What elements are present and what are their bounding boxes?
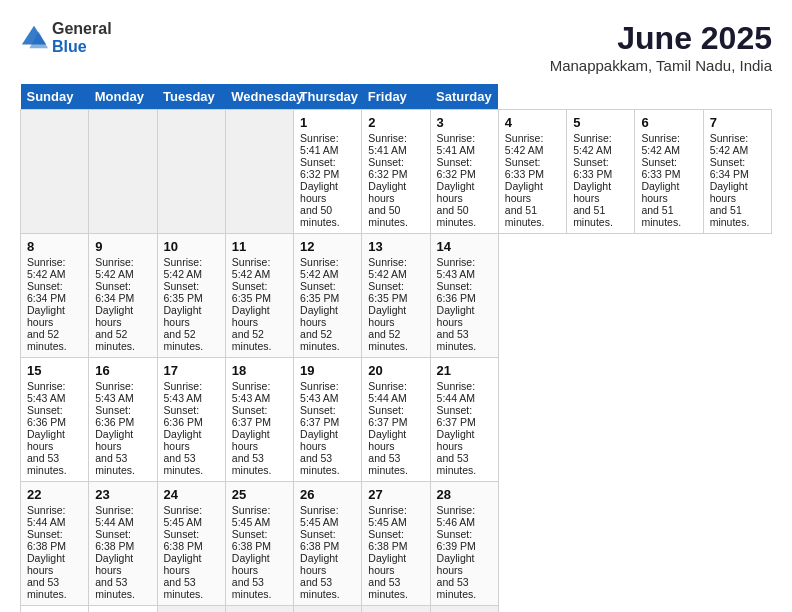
day-number: 20	[368, 363, 423, 378]
header-day-saturday: Saturday	[430, 84, 498, 110]
day-number: 13	[368, 239, 423, 254]
day-number: 4	[505, 115, 560, 130]
day-number: 26	[300, 487, 355, 502]
day-number: 11	[232, 239, 287, 254]
empty-cell	[430, 606, 498, 613]
calendar-cell-day-19: 19 Sunrise: 5:43 AMSunset: 6:37 PMDaylig…	[294, 358, 362, 482]
calendar-cell-day-9: 9 Sunrise: 5:42 AMSunset: 6:34 PMDayligh…	[89, 234, 157, 358]
empty-cell	[89, 110, 157, 234]
calendar-week-2: 8 Sunrise: 5:42 AMSunset: 6:34 PMDayligh…	[21, 234, 772, 358]
calendar-cell-day-11: 11 Sunrise: 5:42 AMSunset: 6:35 PMDaylig…	[225, 234, 293, 358]
day-number: 15	[27, 363, 82, 378]
calendar-cell-day-17: 17 Sunrise: 5:43 AMSunset: 6:36 PMDaylig…	[157, 358, 225, 482]
day-number: 8	[27, 239, 82, 254]
calendar-cell-day-15: 15 Sunrise: 5:43 AMSunset: 6:36 PMDaylig…	[21, 358, 89, 482]
calendar-cell-day-14: 14 Sunrise: 5:43 AMSunset: 6:36 PMDaylig…	[430, 234, 498, 358]
day-number: 6	[641, 115, 696, 130]
header-day-sunday: Sunday	[21, 84, 89, 110]
empty-cell	[21, 110, 89, 234]
empty-cell	[225, 110, 293, 234]
header-day-monday: Monday	[89, 84, 157, 110]
calendar-cell-day-28: 28 Sunrise: 5:46 AMSunset: 6:39 PMDaylig…	[430, 482, 498, 606]
calendar-cell-day-21: 21 Sunrise: 5:44 AMSunset: 6:37 PMDaylig…	[430, 358, 498, 482]
day-number: 7	[710, 115, 765, 130]
calendar-cell-day-12: 12 Sunrise: 5:42 AMSunset: 6:35 PMDaylig…	[294, 234, 362, 358]
title-area: June 2025 Manappakkam, Tamil Nadu, India	[550, 20, 772, 74]
calendar-cell-day-26: 26 Sunrise: 5:45 AMSunset: 6:38 PMDaylig…	[294, 482, 362, 606]
calendar-cell-day-20: 20 Sunrise: 5:44 AMSunset: 6:37 PMDaylig…	[362, 358, 430, 482]
day-number: 21	[437, 363, 492, 378]
calendar-cell-day-13: 13 Sunrise: 5:42 AMSunset: 6:35 PMDaylig…	[362, 234, 430, 358]
day-number: 24	[164, 487, 219, 502]
calendar-cell-day-1: 1 Sunrise: 5:41 AMSunset: 6:32 PMDayligh…	[294, 110, 362, 234]
calendar-cell-day-7: 7 Sunrise: 5:42 AMSunset: 6:34 PMDayligh…	[703, 110, 771, 234]
calendar-week-5: 29 Sunrise: 5:46 AMSunset: 6:39 PMDaylig…	[21, 606, 772, 613]
calendar-title: June 2025	[550, 20, 772, 57]
calendar-cell-day-16: 16 Sunrise: 5:43 AMSunset: 6:36 PMDaylig…	[89, 358, 157, 482]
logo-blue: Blue	[52, 38, 112, 56]
calendar-cell-day-8: 8 Sunrise: 5:42 AMSunset: 6:34 PMDayligh…	[21, 234, 89, 358]
empty-cell	[225, 606, 293, 613]
calendar-cell-day-4: 4 Sunrise: 5:42 AMSunset: 6:33 PMDayligh…	[498, 110, 566, 234]
day-number: 27	[368, 487, 423, 502]
calendar-cell-day-25: 25 Sunrise: 5:45 AMSunset: 6:38 PMDaylig…	[225, 482, 293, 606]
header: General Blue June 2025 Manappakkam, Tami…	[20, 20, 772, 74]
day-number: 28	[437, 487, 492, 502]
logo: General Blue	[20, 20, 112, 55]
header-day-wednesday: Wednesday	[225, 84, 293, 110]
calendar-cell-day-27: 27 Sunrise: 5:45 AMSunset: 6:38 PMDaylig…	[362, 482, 430, 606]
day-number: 1	[300, 115, 355, 130]
day-number: 18	[232, 363, 287, 378]
calendar-week-1: 1 Sunrise: 5:41 AMSunset: 6:32 PMDayligh…	[21, 110, 772, 234]
calendar-week-4: 22 Sunrise: 5:44 AMSunset: 6:38 PMDaylig…	[21, 482, 772, 606]
day-number: 16	[95, 363, 150, 378]
calendar-cell-day-18: 18 Sunrise: 5:43 AMSunset: 6:37 PMDaylig…	[225, 358, 293, 482]
calendar-cell-day-22: 22 Sunrise: 5:44 AMSunset: 6:38 PMDaylig…	[21, 482, 89, 606]
calendar-cell-day-23: 23 Sunrise: 5:44 AMSunset: 6:38 PMDaylig…	[89, 482, 157, 606]
day-number: 19	[300, 363, 355, 378]
calendar-cell-day-24: 24 Sunrise: 5:45 AMSunset: 6:38 PMDaylig…	[157, 482, 225, 606]
calendar-cell-day-6: 6 Sunrise: 5:42 AMSunset: 6:33 PMDayligh…	[635, 110, 703, 234]
day-number: 3	[437, 115, 492, 130]
day-number: 25	[232, 487, 287, 502]
calendar-cell-day-2: 2 Sunrise: 5:41 AMSunset: 6:32 PMDayligh…	[362, 110, 430, 234]
day-number: 5	[573, 115, 628, 130]
day-number: 23	[95, 487, 150, 502]
calendar-subtitle: Manappakkam, Tamil Nadu, India	[550, 57, 772, 74]
calendar-cell-day-5: 5 Sunrise: 5:42 AMSunset: 6:33 PMDayligh…	[567, 110, 635, 234]
empty-cell	[157, 110, 225, 234]
day-number: 14	[437, 239, 492, 254]
empty-cell	[294, 606, 362, 613]
empty-cell	[157, 606, 225, 613]
header-day-thursday: Thursday	[294, 84, 362, 110]
calendar-body: 1 Sunrise: 5:41 AMSunset: 6:32 PMDayligh…	[21, 110, 772, 613]
calendar-cell-day-29: 29 Sunrise: 5:46 AMSunset: 6:39 PMDaylig…	[21, 606, 89, 613]
calendar-week-3: 15 Sunrise: 5:43 AMSunset: 6:36 PMDaylig…	[21, 358, 772, 482]
day-number: 9	[95, 239, 150, 254]
calendar-header-row: SundayMondayTuesdayWednesdayThursdayFrid…	[21, 84, 772, 110]
empty-cell	[362, 606, 430, 613]
calendar-cell-day-30: 30 Sunrise: 5:46 AMSunset: 6:39 PMDaylig…	[89, 606, 157, 613]
header-day-tuesday: Tuesday	[157, 84, 225, 110]
day-number: 12	[300, 239, 355, 254]
day-number: 10	[164, 239, 219, 254]
logo-text: General Blue	[52, 20, 112, 55]
calendar-cell-day-3: 3 Sunrise: 5:41 AMSunset: 6:32 PMDayligh…	[430, 110, 498, 234]
day-number: 17	[164, 363, 219, 378]
header-day-friday: Friday	[362, 84, 430, 110]
day-number: 22	[27, 487, 82, 502]
calendar-table: SundayMondayTuesdayWednesdayThursdayFrid…	[20, 84, 772, 612]
day-number: 2	[368, 115, 423, 130]
calendar-cell-day-10: 10 Sunrise: 5:42 AMSunset: 6:35 PMDaylig…	[157, 234, 225, 358]
logo-icon	[20, 24, 48, 52]
logo-general: General	[52, 20, 112, 38]
